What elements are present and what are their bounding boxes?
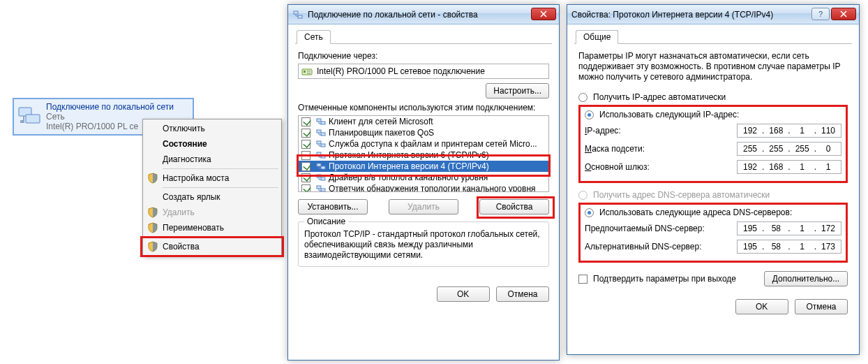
dns2-input[interactable]: 195. 58. 1. 173: [737, 240, 841, 254]
titlebar[interactable]: Свойства: Протокол Интернета версии 4 (T…: [567, 5, 859, 24]
ctx-item-disable[interactable]: Отключить: [144, 121, 280, 136]
shield-icon: [147, 222, 158, 233]
component-row[interactable]: Протокол Интернета версии 6 (TCP/IPv6): [299, 150, 548, 161]
tab-general[interactable]: Общие: [576, 30, 618, 44]
window-title: Свойства: Протокол Интернета версии 4 (T…: [571, 10, 773, 20]
component-label: Протокол Интернета версии 4 (TCP/IPv4): [329, 161, 489, 171]
component-checkbox[interactable]: [301, 117, 310, 126]
component-checkbox[interactable]: [301, 162, 310, 171]
protocol-icon: [316, 150, 326, 160]
description-text: Протокол TCP/IP - стандартный протокол г…: [304, 229, 543, 261]
adapter-name: Intel(R) PRO/1000 PL сетевое подключение: [317, 66, 485, 76]
tabstrip: Общие: [574, 29, 852, 44]
component-row[interactable]: Служба доступа к файлам и принтерам сете…: [299, 138, 548, 150]
radio-manual-dns[interactable]: Использовать следующие адреса DNS-сервер…: [585, 208, 841, 217]
ipv4-properties-window: Свойства: Протокол Интернета версии 4 (T…: [567, 4, 860, 355]
tab-network[interactable]: Сеть: [297, 30, 331, 44]
ctx-item-diagnostics[interactable]: Диагностика: [144, 152, 280, 167]
protocol-icon: [316, 117, 326, 126]
component-checkbox[interactable]: [301, 140, 310, 149]
component-checkbox[interactable]: [301, 129, 310, 138]
highlight-box: Использовать следующий IP-адрес: IP-адре…: [578, 105, 848, 183]
install-button[interactable]: Установить...: [298, 199, 368, 214]
protocol-icon: [316, 161, 326, 171]
svg-rect-5: [304, 71, 306, 73]
component-label: Клиент для сетей Microsoft: [329, 117, 433, 126]
ctx-item-delete[interactable]: Удалить: [144, 205, 280, 220]
cancel-button[interactable]: Отмена: [795, 299, 848, 314]
components-listbox[interactable]: Клиент для сетей MicrosoftПланировщик па…: [298, 115, 549, 192]
subnet-mask-label: Маска подсети:: [585, 144, 645, 154]
ip-address-label: IP-адрес:: [585, 126, 621, 136]
close-button[interactable]: [531, 8, 556, 20]
tabstrip: Сеть: [295, 29, 552, 44]
adapter-field: Intel(R) PRO/1000 PL сетевое подключение: [298, 64, 549, 79]
ok-button[interactable]: OK: [735, 299, 788, 314]
adapter-icon: [301, 66, 313, 77]
description-header: Описание: [304, 217, 348, 226]
component-label: Ответчик обнаружения топологии канальног…: [329, 184, 536, 192]
svg-rect-12: [317, 141, 321, 144]
svg-rect-2: [294, 11, 298, 14]
close-button[interactable]: [831, 8, 856, 20]
titlebar[interactable]: Подключение по локальной сети - свойства: [288, 5, 559, 24]
component-row[interactable]: Планировщик пакетов QoS: [299, 127, 548, 138]
svg-rect-8: [317, 119, 321, 122]
svg-rect-16: [317, 163, 321, 166]
dns1-input[interactable]: 195. 58. 1. 172: [737, 221, 841, 235]
advanced-button[interactable]: Дополнительно...: [764, 271, 848, 286]
gateway-input[interactable]: 192. 168. 1. 1: [737, 160, 841, 174]
ctx-item-shortcut[interactable]: Создать ярлык: [144, 189, 280, 205]
shield-icon: [147, 241, 158, 252]
component-checkbox[interactable]: [301, 151, 310, 160]
ctx-item-status[interactable]: Состояние: [144, 136, 280, 152]
component-row[interactable]: Клиент для сетей Microsoft: [299, 116, 548, 127]
help-button[interactable]: ?: [811, 8, 830, 20]
shield-icon: [147, 207, 158, 218]
network-adapter-icon: [18, 105, 42, 129]
confirm-on-exit-checkbox[interactable]: Подтвердить параметры при выходе: [578, 274, 736, 284]
network-icon: [292, 9, 304, 20]
configure-button[interactable]: Настроить...: [486, 83, 549, 99]
ok-button[interactable]: OK: [437, 286, 490, 302]
context-menu: Отключить Состояние Диагностика Настройк…: [142, 119, 282, 256]
protocol-icon: [316, 128, 326, 138]
ctx-item-bridge[interactable]: Настройка моста: [144, 170, 280, 186]
component-label: Драйвер в/в тополога канального уровня: [329, 173, 488, 182]
window-title: Подключение по локальной сети - свойства: [308, 10, 478, 20]
component-label: Протокол Интернета версии 6 (TCP/IPv6): [329, 150, 489, 160]
svg-rect-7: [307, 73, 310, 74]
svg-rect-6: [307, 71, 310, 72]
lan-item-title: Подключение по локальной сети: [46, 102, 174, 112]
highlight-box: Использовать следующие адреса DNS-сервер…: [578, 203, 848, 263]
connection-properties-window: Подключение по локальной сети - свойства…: [287, 4, 560, 361]
radio-auto-ip[interactable]: Получить IP-адрес автоматически: [578, 92, 848, 102]
remove-button[interactable]: Удалить: [389, 199, 458, 214]
dns2-label: Альтернативный DNS-сервер:: [585, 242, 702, 252]
cancel-button[interactable]: Отмена: [496, 286, 549, 302]
component-row[interactable]: Протокол Интернета версии 4 (TCP/IPv4): [299, 161, 548, 172]
protocol-icon: [316, 173, 326, 182]
ctx-item-rename[interactable]: Переименовать: [144, 220, 280, 235]
component-row[interactable]: Ответчик обнаружения топологии канальног…: [299, 183, 548, 192]
component-checkbox[interactable]: [301, 173, 310, 182]
svg-rect-20: [317, 186, 321, 189]
components-label: Отмеченные компоненты используются этим …: [298, 103, 549, 112]
subnet-mask-input[interactable]: 255. 255. 255. 0: [737, 142, 841, 156]
shield-icon: [147, 173, 158, 184]
gateway-label: Основной шлюз:: [585, 162, 650, 172]
ip-address-input[interactable]: 192. 168. 1. 110: [737, 124, 841, 138]
properties-button[interactable]: Свойства: [479, 199, 549, 214]
radio-manual-ip[interactable]: Использовать следующий IP-адрес:: [585, 110, 841, 119]
intro-text: Параметры IP могут назначаться автоматич…: [578, 51, 848, 82]
svg-rect-14: [317, 152, 321, 155]
protocol-icon: [316, 184, 326, 192]
svg-rect-10: [317, 130, 321, 133]
protocol-icon: [316, 139, 326, 149]
component-checkbox[interactable]: [301, 184, 310, 193]
component-row[interactable]: Драйвер в/в тополога канального уровня: [299, 172, 548, 183]
connect-via-label: Подключение через:: [298, 51, 549, 61]
dns1-label: Предпочитаемый DNS-сервер:: [585, 224, 705, 233]
ctx-item-properties[interactable]: Свойства: [144, 239, 280, 254]
radio-auto-dns: Получить адрес DNS-сервера автоматически: [578, 190, 848, 200]
